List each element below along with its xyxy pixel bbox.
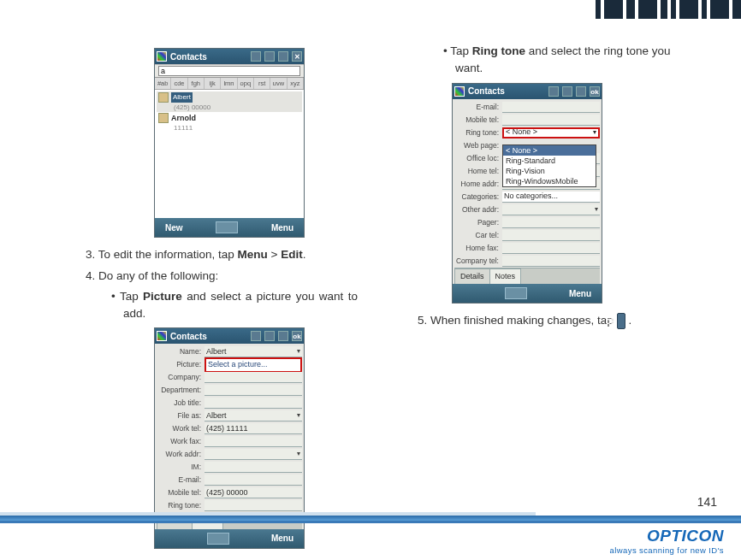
network-icon bbox=[264, 331, 275, 341]
right-column: • Tap Ring tone and select the ring tone… bbox=[392, 43, 741, 557]
tab-notes[interactable]: Notes bbox=[489, 268, 522, 285]
start-icon[interactable] bbox=[454, 86, 465, 97]
field-department[interactable] bbox=[205, 385, 302, 396]
dropdown-option[interactable]: Ring-Standard bbox=[503, 156, 596, 166]
dropdown-option[interactable]: < None > bbox=[503, 145, 596, 156]
softkey-new[interactable]: New bbox=[165, 221, 183, 234]
field-ringtone[interactable]: < None > bbox=[502, 127, 600, 139]
label-categories: Categories: bbox=[454, 192, 502, 203]
contact-icon bbox=[158, 92, 169, 103]
contact-list: Albert (425) 00000 AArnoldrnold 11111 bbox=[155, 90, 304, 218]
titlebar: Contacts ok bbox=[453, 84, 602, 99]
window-title: Contacts bbox=[170, 50, 207, 63]
volume-icon bbox=[278, 331, 288, 341]
label-workfax: Work fax: bbox=[157, 436, 205, 447]
volume-icon bbox=[278, 51, 288, 62]
label-mobiletel: Mobile tel: bbox=[157, 487, 205, 498]
bullet-picture: • Tap Picture and select a picture you w… bbox=[86, 288, 358, 323]
header-bars bbox=[596, 0, 741, 19]
label-picture: Picture: bbox=[157, 359, 205, 370]
brand-tagline: always scanning for new ID's bbox=[610, 545, 724, 555]
signal-icon bbox=[251, 331, 261, 341]
label-homeaddr: Home addr: bbox=[454, 179, 502, 190]
field-email[interactable] bbox=[502, 102, 600, 113]
step-4: 4. Do any of the following: bbox=[86, 268, 358, 285]
label-cartel: Car tel: bbox=[454, 230, 502, 241]
label-company: Company: bbox=[157, 372, 205, 383]
field-jobtitle[interactable] bbox=[205, 398, 302, 409]
softkey-bar: Menu bbox=[453, 284, 602, 303]
field-workfax[interactable] bbox=[205, 436, 302, 447]
tabs: Details Notes bbox=[454, 268, 600, 285]
label-department: Department: bbox=[157, 385, 205, 396]
softkey-menu[interactable]: Menu bbox=[271, 532, 293, 545]
brand-footer: OPTICON always scanning for new ID's bbox=[610, 527, 724, 555]
search-input[interactable] bbox=[158, 66, 300, 76]
label-webpage: Web page: bbox=[454, 140, 502, 151]
field-email[interactable] bbox=[205, 475, 302, 486]
label-ringtone: Ring tone: bbox=[157, 500, 205, 511]
field-mobiletel[interactable]: (425) 00000 bbox=[205, 487, 302, 498]
label-jobtitle: Job title: bbox=[157, 398, 205, 409]
alpha-index[interactable]: #abcde fghijk lmnopq rstuvw xyz bbox=[155, 78, 304, 90]
tab-details[interactable]: Details bbox=[454, 268, 490, 285]
label-email: E-mail: bbox=[454, 102, 502, 113]
left-column: Contacts ✕ #abcde fghijk lmnopq rstuvw x… bbox=[0, 43, 392, 557]
field-name[interactable]: Albert bbox=[205, 346, 302, 357]
titlebar: Contacts ok bbox=[155, 328, 304, 344]
sip-icon[interactable] bbox=[207, 533, 229, 545]
sip-icon[interactable] bbox=[216, 221, 238, 233]
network-icon bbox=[264, 51, 275, 62]
label-homefax: Home fax: bbox=[454, 243, 502, 254]
field-picture[interactable]: Select a picture... bbox=[205, 357, 302, 373]
contact-name: Albert bbox=[171, 92, 193, 103]
step-5: 5. When finished making changes, tap ok … bbox=[418, 312, 690, 329]
close-icon[interactable]: ✕ bbox=[292, 51, 302, 62]
network-icon bbox=[562, 86, 572, 97]
ok-button[interactable]: ok bbox=[292, 331, 302, 341]
label-pager: Pager: bbox=[454, 217, 502, 228]
label-fileas: File as: bbox=[157, 410, 205, 421]
contact-name: AArnoldrnold bbox=[171, 113, 196, 125]
field-mobiletel[interactable] bbox=[502, 115, 600, 126]
footer-divider bbox=[0, 516, 741, 521]
field-workaddr[interactable] bbox=[205, 449, 302, 460]
label-mobiletel: Mobile tel: bbox=[454, 115, 502, 126]
edit-form: E-mail: Mobile tel: Ring tone:< None > W… bbox=[453, 99, 602, 285]
label-email: E-mail: bbox=[157, 475, 205, 486]
titlebar: Contacts ✕ bbox=[155, 49, 304, 64]
step-3: 3. To edit the information, tap Menu > E… bbox=[86, 246, 358, 263]
search-bar bbox=[155, 64, 304, 78]
start-icon[interactable] bbox=[157, 331, 167, 341]
contact-number: (425) 00000 bbox=[158, 103, 210, 113]
dropdown-option[interactable]: Ring-WindowsMobile bbox=[503, 176, 596, 186]
screenshot-contacts-list: Contacts ✕ #abcde fghijk lmnopq rstuvw x… bbox=[154, 48, 305, 238]
field-im[interactable] bbox=[205, 462, 302, 473]
field-company[interactable] bbox=[205, 372, 302, 383]
label-workaddr: Work addr: bbox=[157, 449, 205, 460]
page-number: 141 bbox=[697, 495, 717, 509]
screenshot-ringtone: Contacts ok E-mail: Mobile tel: Ring ton… bbox=[452, 83, 602, 304]
bullet-ringtone: • Tap Ring tone and select the ring tone… bbox=[418, 43, 690, 78]
start-icon[interactable] bbox=[157, 51, 167, 62]
ok-button[interactable]: ok bbox=[590, 86, 600, 97]
ringtone-dropdown[interactable]: < None > Ring-Standard Ring-Vision Ring-… bbox=[502, 144, 596, 187]
field-worktel[interactable]: (425) 11111 bbox=[205, 423, 302, 434]
list-item[interactable]: AArnoldrnold bbox=[157, 112, 302, 124]
brand-logo: OPTICON bbox=[610, 527, 724, 545]
contact-number: 11111 bbox=[158, 123, 193, 133]
dropdown-option[interactable]: Ring-Vision bbox=[503, 166, 596, 176]
softkey-bar: Menu bbox=[155, 529, 304, 548]
label-worktel: Work tel: bbox=[157, 423, 205, 434]
label-otheraddr: Other addr: bbox=[454, 204, 502, 215]
softkey-menu[interactable]: Menu bbox=[569, 287, 591, 300]
field-fileas[interactable]: Albert bbox=[205, 410, 302, 421]
label-officeloc: Office loc: bbox=[454, 153, 502, 164]
field-ringtone[interactable] bbox=[205, 500, 302, 511]
list-item[interactable]: Albert bbox=[157, 91, 302, 103]
label-im: IM: bbox=[157, 462, 205, 473]
sip-icon[interactable] bbox=[505, 287, 527, 299]
softkey-menu[interactable]: Menu bbox=[271, 221, 293, 234]
field-categories[interactable]: No categories... bbox=[502, 192, 600, 203]
edit-form: Name:Albert Picture:Select a picture... … bbox=[155, 344, 304, 529]
